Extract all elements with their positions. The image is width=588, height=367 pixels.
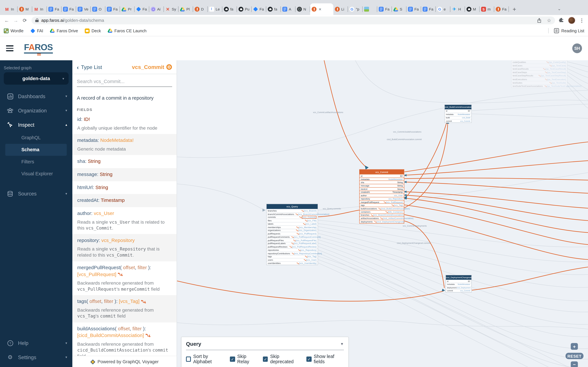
node-field-htmlUrl[interactable]: htmlUrlString <box>360 187 404 191</box>
field-row-id[interactable]: id: ID!A globally unique identifier for … <box>72 113 177 134</box>
field-row-sha[interactable]: sha: String <box>72 155 177 168</box>
node-field-testCases[interactable]: testCases[qa_TestCase] <box>511 64 567 67</box>
browser-tab[interactable]: Fa <box>135 3 149 15</box>
share-icon[interactable] <box>537 18 542 23</box>
sidebar-item-filters[interactable]: Filters <box>0 156 72 168</box>
node-field-commit[interactable]: commitvcs_Commit <box>445 119 471 122</box>
node-field-testSuiteTestCaseAssociations[interactable]: testSuiteTestCaseAssociations[qa_TestSui… <box>511 84 567 87</box>
schema-graph-canvas[interactable]: vcs_Commit.artifactAssociationsvcs_Query… <box>177 60 588 367</box>
bookmark-faros-drive[interactable]: Faros Drive <box>50 28 78 33</box>
node-field-author[interactable]: authorvcs_User <box>360 194 404 197</box>
browser-tab[interactable]: MIn <box>32 3 47 15</box>
profile-avatar[interactable] <box>568 17 575 24</box>
graph-node-qa_Query[interactable]: qa_QuerycodeQualities[qa_CodeQuality]tes… <box>511 60 567 88</box>
back-button[interactable]: ← <box>2 17 11 23</box>
zoom-in-button[interactable]: + <box>571 343 578 350</box>
reading-list-icon[interactable] <box>554 28 559 33</box>
chevron-down-icon[interactable]: ▼ <box>340 342 344 346</box>
option-skip-relay[interactable]: ✓Skip Relay <box>230 354 258 364</box>
faros-logo[interactable]: FAROS <box>24 43 53 54</box>
node-field-sha[interactable]: shaString <box>360 181 404 184</box>
node-field-pullRequestReviews[interactable]: pullRequestReviews[vcs_PullRequestReview… <box>267 245 318 248</box>
node-field-codeQualities[interactable]: codeQualities[qa_CodeQuality] <box>511 60 567 64</box>
node-field-testExecutions[interactable]: testExecutions[qa_TestExecution] <box>511 77 567 81</box>
checkbox[interactable]: ✓ <box>306 357 311 362</box>
node-field-repositoryContributions[interactable]: repositoryContributions[vcs_RepositoryCo… <box>267 251 318 255</box>
browser-tab[interactable]: Fa <box>61 3 76 15</box>
node-field-metadata[interactable]: metadataNodeMetadata! <box>360 177 404 181</box>
browser-tab[interactable]: MIn <box>3 3 17 15</box>
browser-tab[interactable]: Fa <box>47 3 61 15</box>
node-field-id[interactable]: idID! <box>446 280 471 283</box>
node-field-branches[interactable]: branches[vcs_Branch] <box>267 209 318 212</box>
browser-tab[interactable] <box>363 3 377 15</box>
field-row-repository[interactable]: repository: vcs_RepositoryReads a single… <box>72 234 177 261</box>
browser-tab[interactable]: A <box>281 3 295 15</box>
field-row-createdAt[interactable]: createdAt: Timestamp <box>72 194 177 207</box>
reload-button[interactable]: ⟳ <box>20 17 29 23</box>
node-field-repositories[interactable]: repositories[vcs_Repository] <box>267 248 318 251</box>
node-field-organizations[interactable]: organizations[vcs_Organization] <box>267 229 318 232</box>
sidebar-item-sources[interactable]: Sources ▾ <box>0 186 72 201</box>
hamburger-menu-icon[interactable] <box>6 45 14 51</box>
bookmark-star-icon[interactable]: ☆ <box>547 17 551 23</box>
browser-tab[interactable]: Ai <box>149 3 164 15</box>
focus-eye-icon[interactable] <box>166 64 172 70</box>
browser-tab[interactable]: Pr <box>120 3 135 15</box>
sidebar-item-graphql[interactable]: GraphQL <box>0 132 72 144</box>
node-field-deployments[interactable]: deployments[cicd_DeploymentChangeset] <box>360 220 404 223</box>
browser-tab[interactable]: Fa <box>406 3 421 15</box>
node-field-message[interactable]: messageString <box>360 184 404 187</box>
browser-tab[interactable]: Fa <box>105 3 120 15</box>
node-field-testCaseStepResults[interactable]: testCaseStepResults[qa_TestCaseStepResul… <box>511 74 567 77</box>
browser-tab[interactable]: S <box>392 3 406 15</box>
bookmark-wordle[interactable]: Wordle <box>4 28 24 33</box>
browser-tab[interactable]: Pl <box>179 3 193 15</box>
zoom-out-button[interactable]: − <box>571 361 578 367</box>
zoom-reset-button[interactable]: RESET <box>565 353 584 359</box>
option-skip-deprecated[interactable]: ✓Skip deprecated <box>263 354 301 364</box>
node-field-metadata[interactable]: metadataNodeMetadata! <box>445 113 471 116</box>
browser-tab[interactable]: Sm <box>480 3 494 15</box>
browser-tab[interactable]: Fa <box>421 3 436 15</box>
node-field-buildAssociations[interactable]: buildAssociations[cicd_BuildCommitAssoci… <box>360 207 404 210</box>
sidebar-item-help[interactable]: ? Help ▾ <box>0 336 72 350</box>
node-field-pullRequests[interactable]: pullRequests[vcs_PullRequest] <box>267 232 318 235</box>
node-field-users[interactable]: users[vcs_User] <box>267 258 318 261</box>
field-row-message[interactable]: message: String <box>72 168 177 181</box>
browser-tab[interactable]: G"p <box>348 3 363 15</box>
node-field-branchCommitAssociations[interactable]: branchCommitAssociations[vcs_BranchCommi… <box>267 212 318 216</box>
node-field-containers[interactable]: containers[k8s_Container] <box>360 210 404 213</box>
browser-tab[interactable]: Ge <box>436 3 450 15</box>
checkbox[interactable]: ✓ <box>263 357 268 362</box>
close-tab-icon[interactable]: × <box>319 7 321 12</box>
field-row-author[interactable]: author: vcs_UserReads a single vcs_User … <box>72 207 177 234</box>
graph-node-vcs_Query[interactable]: vcs_Querybranches[vcs_Branch]branchCommi… <box>266 204 318 265</box>
extensions-puzzle-icon[interactable] <box>559 17 564 23</box>
node-field-files[interactable]: files[vcs_File] <box>267 219 318 222</box>
browser-tab[interactable]: ✈H <box>450 3 465 15</box>
node-field-artifactAssociations[interactable]: artifactAssociations[cicd_ArtifactCommit… <box>360 217 404 220</box>
node-field-pullRequestLabels[interactable]: pullRequestLabels[vcs_PullRequestLabel] <box>267 242 318 245</box>
browser-tab[interactable]: Fa <box>252 3 266 15</box>
node-field-tags[interactable]: tags[vcs_Tag] <box>360 203 404 207</box>
browser-tab-active[interactable]: × <box>310 3 333 15</box>
checkbox[interactable] <box>186 357 191 362</box>
graph-node-vcs_Commit[interactable]: vcs_CommitidID!metadataNodeMetadata!shaS… <box>359 169 404 224</box>
browser-tab[interactable]: M <box>465 3 480 15</box>
url-bar[interactable]: app.faros.ai/golden-data/schema ☆ <box>32 16 555 24</box>
browser-tab[interactable]: Fa <box>494 3 509 15</box>
sidebar-item-settings[interactable]: ⚙ Settings ▾ <box>0 350 72 364</box>
browser-tab[interactable]: fa <box>266 3 281 15</box>
node-field-id[interactable]: idID! <box>360 174 404 177</box>
sidebar-item-visual-explorer[interactable]: Visual Explorer <box>0 168 72 180</box>
browser-tab[interactable]: ✕Sy <box>164 3 179 15</box>
browser-tab[interactable]: ⠇Le <box>208 3 222 15</box>
bookmark-faros-ce-launch[interactable]: Faros CE Launch <box>108 28 147 33</box>
browser-tab[interactable]: O <box>91 3 105 15</box>
field-row-metadata[interactable]: metadata: NodeMetadata!Generic node meta… <box>72 134 177 155</box>
browser-tab[interactable]: fa <box>222 3 237 15</box>
browser-tab[interactable]: Ve <box>76 3 91 15</box>
node-field-metadata[interactable]: metadataNodeMetadata! <box>446 283 471 286</box>
node-field-branches[interactable]: branches[vcs_BranchCommitAssociation] <box>360 213 404 217</box>
